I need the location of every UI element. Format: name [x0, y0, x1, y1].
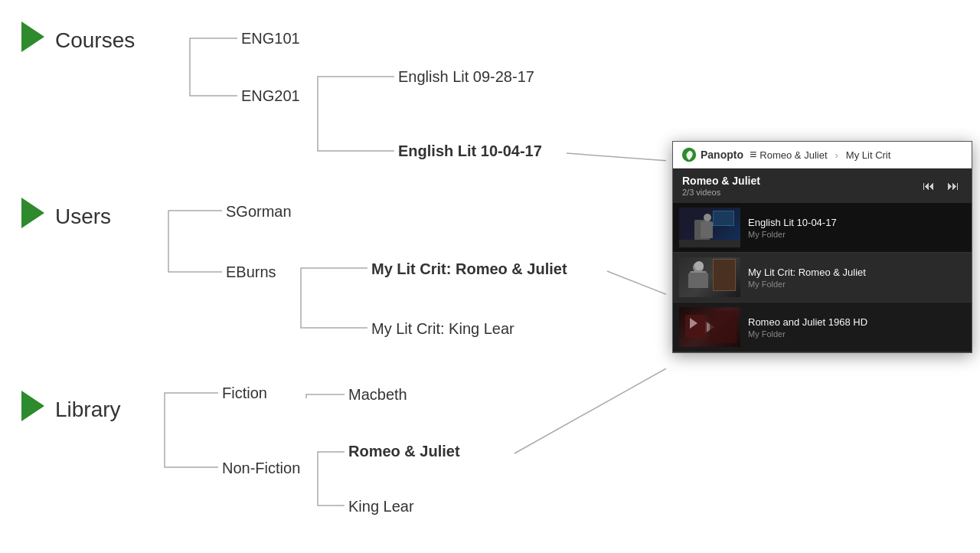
- playlist-count: 2/3 videos: [682, 188, 760, 197]
- eburns-label: EBurns: [226, 263, 276, 280]
- video-subtitle-2: My Folder: [748, 280, 965, 289]
- panopto-logo-icon: [681, 146, 697, 163]
- breadcrumb-current-label: My Lit Crit: [846, 149, 891, 161]
- users-expand-icon: [21, 198, 44, 228]
- video-title-3: Romeo and Juliet 1968 HD: [748, 316, 965, 328]
- panopto-logo: Panopto: [681, 146, 743, 163]
- video-thumb-1: [679, 208, 740, 247]
- playlist-controls: ⏮ ⏭: [920, 178, 962, 195]
- english-lit-10-label: English Lit 10-04-17: [398, 142, 542, 159]
- video-title-1: English Lit 10-04-17: [748, 217, 965, 228]
- video-thumb-3: [679, 307, 740, 347]
- non-fiction-label: Non-Fiction: [222, 460, 300, 476]
- macbeth-label: Macbeth: [348, 386, 407, 403]
- romeo-juliet-label: Romeo & Juliet: [348, 443, 460, 460]
- video-title-2: My Lit Crit: Romeo & Juliet: [748, 267, 965, 278]
- king-lear-label: King Lear: [348, 498, 414, 515]
- thumb-student-img: [679, 257, 740, 297]
- video-subtitle-1: My Folder: [748, 230, 965, 239]
- english-lit-09-label: English Lit 09-28-17: [398, 68, 534, 85]
- next-button[interactable]: ⏭: [944, 178, 962, 195]
- playlist-header: Romeo & Juliet 2/3 videos ⏮ ⏭: [673, 169, 972, 203]
- thumb-classroom-img: [679, 208, 740, 247]
- video-item-3[interactable]: Romeo and Juliet 1968 HD My Folder: [673, 303, 972, 352]
- video-item-2[interactable]: My Lit Crit: Romeo & Juliet My Folder: [673, 253, 972, 303]
- playlist-title: Romeo & Juliet: [682, 175, 760, 187]
- video-meta-3: Romeo and Juliet 1968 HD My Folder: [748, 316, 965, 339]
- svg-line-0: [567, 153, 666, 161]
- my-lit-crit-king-label: My Lit Crit: King Lear: [371, 320, 514, 337]
- my-lit-crit-romeo-label: My Lit Crit: Romeo & Juliet: [371, 260, 567, 277]
- svg-line-2: [514, 368, 666, 453]
- panopto-header: Panopto ≡ Romeo & Juliet › My Lit Crit: [673, 142, 972, 169]
- fiction-label: Fiction: [222, 384, 267, 401]
- courses-expand-icon: [21, 21, 44, 52]
- thumb-movie-img: [679, 307, 740, 347]
- users-label: Users: [55, 205, 111, 228]
- folder-icon: ≡: [750, 148, 756, 162]
- video-thumb-2: [679, 257, 740, 297]
- breadcrumb-folder-label: Romeo & Juliet: [760, 149, 827, 161]
- library-label: Library: [55, 398, 121, 421]
- video-list: English Lit 10-04-17 My Folder My Lit Cr…: [673, 203, 972, 352]
- video-meta-2: My Lit Crit: Romeo & Juliet My Folder: [748, 267, 965, 289]
- library-expand-icon: [21, 391, 44, 421]
- video-meta-1: English Lit 10-04-17 My Folder: [748, 217, 965, 239]
- panopto-panel: Panopto ≡ Romeo & Juliet › My Lit Crit R…: [672, 141, 972, 353]
- eng101-label: ENG101: [241, 30, 300, 47]
- breadcrumb-separator: ›: [835, 149, 838, 161]
- sgorman-label: SGorman: [226, 203, 292, 220]
- video-subtitle-3: My Folder: [748, 329, 965, 339]
- tree-diagram: Courses ENG101 ENG201 English Lit 09-28-…: [0, 0, 666, 553]
- breadcrumb-current: My Lit Crit: [846, 149, 891, 161]
- video-item-1[interactable]: English Lit 10-04-17 My Folder: [673, 203, 972, 253]
- panopto-logo-text: Panopto: [701, 149, 743, 161]
- playlist-info: Romeo & Juliet 2/3 videos: [682, 175, 760, 197]
- breadcrumb-folder[interactable]: ≡ Romeo & Juliet: [750, 148, 828, 162]
- eng201-label: ENG201: [241, 87, 300, 104]
- courses-label: Courses: [55, 28, 135, 52]
- prev-button[interactable]: ⏮: [920, 178, 938, 195]
- svg-line-1: [607, 271, 666, 295]
